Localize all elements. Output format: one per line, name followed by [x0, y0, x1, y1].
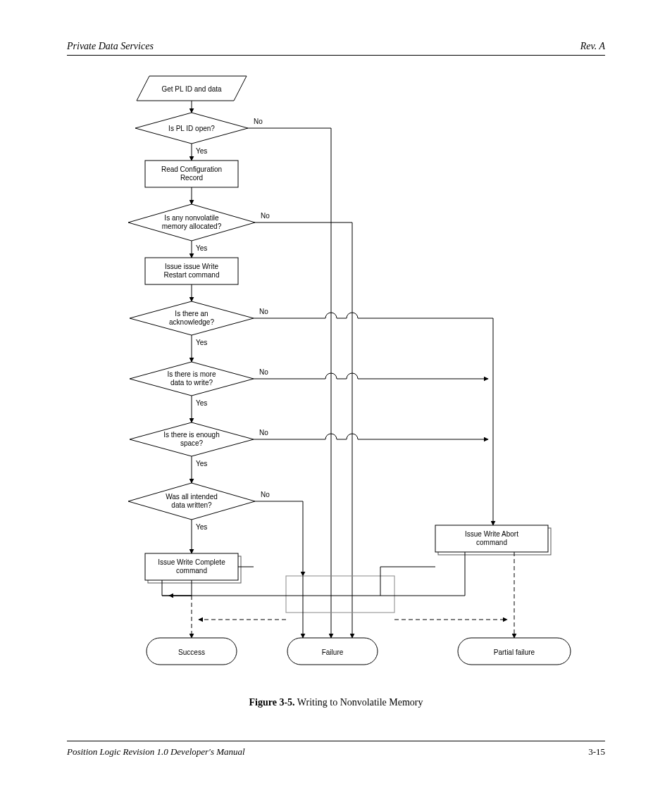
edge-no-1: No — [254, 118, 263, 125]
figure-caption: Figure 3-5. Writing to Nonvolatile Memor… — [0, 697, 672, 708]
node-decision-done-l1: Was all intended — [166, 493, 218, 501]
node-process-read-l2: Record — [180, 174, 203, 182]
terminator-success: Success — [147, 638, 237, 665]
node-process-read-l1: Read Configuration — [161, 165, 222, 173]
rule-bottom — [67, 741, 605, 741]
edge-yes-6: Yes — [196, 523, 207, 531]
node-process-abort-l2: command — [476, 539, 507, 546]
node-decision-ack: Is there an acknowledge? — [130, 301, 254, 335]
terminator-failure: Failure — [287, 638, 378, 665]
node-decision-alloc-l2: memory allocated? — [162, 222, 222, 230]
svg-rect-23 — [286, 576, 394, 613]
node-decision-space: Is there is enough space? — [130, 422, 254, 456]
node-process-restart: Issue issue Write Restart command — [145, 258, 238, 284]
node-decision-alloc: Is any nonvolatile memory allocated? — [128, 204, 255, 241]
node-input-label: Get PL ID and data — [161, 85, 222, 93]
node-process-complete: Issue Write Complete command — [145, 553, 241, 583]
node-process-complete-l1: Issue Write Complete — [158, 558, 225, 566]
node-process-read: Read Configuration Record — [145, 161, 238, 187]
node-process-complete-l2: command — [176, 567, 207, 575]
node-process-abort: Issue Write Abort command — [435, 525, 551, 555]
node-process-restart-l1: Issue issue Write — [165, 263, 218, 270]
edge-yes-4: Yes — [196, 399, 207, 407]
terminator-success-label: Success — [178, 648, 205, 656]
node-decision-open: Is PL ID open? — [135, 113, 248, 144]
edge-yes-1: Yes — [196, 147, 207, 155]
node-decision-done-l2: data written? — [171, 501, 212, 509]
figure-caption-title: Writing to Nonvolatile Memory — [295, 697, 423, 708]
node-decision-open-label: Is PL ID open? — [168, 125, 215, 132]
edge-yes-2: Yes — [196, 244, 207, 252]
node-decision-done: Was all intended data written? — [128, 483, 255, 520]
flowchart: Get PL ID and data Is PL ID open? Yes No… — [0, 0, 672, 704]
node-process-abort-l1: Issue Write Abort — [465, 530, 518, 538]
node-process-restart-l2: Restart command — [164, 271, 220, 279]
edge-yes-3: Yes — [196, 339, 207, 346]
node-input: Get PL ID and data — [137, 76, 247, 101]
figure-caption-number: Figure 3-5. — [249, 697, 294, 708]
node-decision-ack-l1: Is there an — [175, 310, 208, 318]
node-decision-more: Is there is more data to write? — [130, 362, 254, 396]
footer-left: Position Logic Revision 1.0 Developer's … — [67, 746, 245, 758]
terminator-partial: Partial failure — [458, 638, 571, 665]
edge-no-6: No — [261, 491, 270, 498]
node-decision-space-l2: space? — [180, 439, 204, 447]
edge-no-3: No — [259, 308, 268, 315]
node-decision-more-l2: data to write? — [170, 379, 213, 387]
edge-no-4: No — [259, 368, 268, 376]
footer-right: 3-15 — [588, 746, 605, 758]
edge-yes-5: Yes — [196, 460, 207, 467]
node-decision-more-l1: Is there is more — [168, 370, 216, 378]
node-decision-alloc-l1: Is any nonvolatile — [164, 214, 219, 222]
node-decision-ack-l2: acknowledge? — [169, 318, 214, 326]
edge-no-2: No — [261, 212, 270, 220]
edge-no-5: No — [259, 429, 268, 437]
node-decision-space-l1: Is there is enough — [163, 431, 220, 439]
crossing-frame — [286, 576, 394, 613]
page: Private Data Services Rev. A Get PL ID a… — [0, 0, 672, 797]
terminator-partial-label: Partial failure — [494, 648, 535, 656]
terminator-failure-label: Failure — [322, 648, 344, 656]
